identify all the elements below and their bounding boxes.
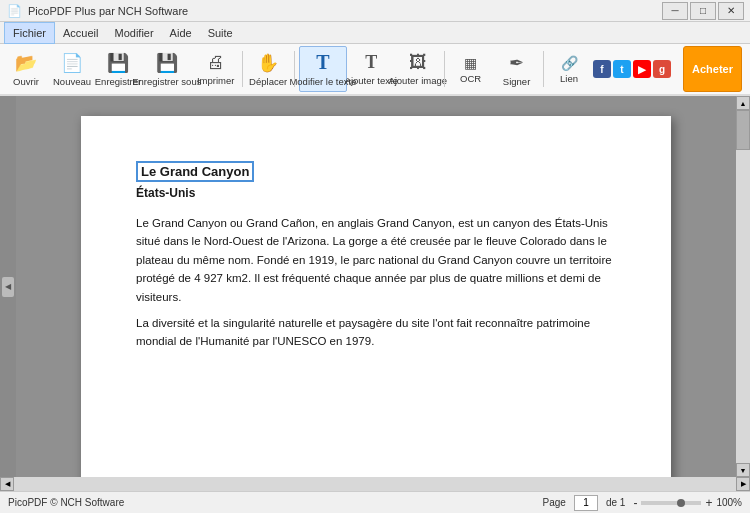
close-button[interactable]: ✕ [718, 2, 744, 20]
scroll-up-button[interactable]: ▲ [736, 96, 750, 110]
maximize-button[interactable]: □ [690, 2, 716, 20]
youtube-icon[interactable]: ▶ [633, 60, 651, 78]
modifier-texte-icon: T [316, 51, 329, 74]
ocr-icon: ▦ [464, 55, 477, 71]
title-bar: 📄 PicoPDF Plus par NCH Software ─ □ ✕ [0, 0, 750, 22]
imprimer-button[interactable]: 🖨 Imprimer [194, 46, 238, 92]
ocr-label: OCR [460, 73, 481, 84]
zoom-plus-button[interactable]: + [705, 496, 712, 510]
ajouter-image-icon: 🖼 [409, 52, 427, 73]
ajouter-texte-button[interactable]: T Ajouter texte [349, 46, 393, 92]
toolbar: 📂 Ouvrir 📄 Nouveau 💾 Enregistrer 💾 Enreg… [0, 44, 750, 96]
enregistrer-sous-label: Enregistrer sous [132, 76, 201, 87]
app-title: PicoPDF Plus par NCH Software [28, 5, 188, 17]
menu-aide[interactable]: Aide [162, 22, 200, 44]
modifier-texte-button[interactable]: T Modifier le texte [299, 46, 348, 92]
deplacer-button[interactable]: ✋ Déplacer [246, 46, 290, 92]
document-body: Le Grand Canyon ou Grand Cañon, en angla… [136, 214, 616, 351]
left-panel-arrow[interactable]: ◀ [2, 277, 14, 297]
social-area: f t ▶ g Acheter [593, 46, 746, 92]
menu-bar: Fichier Accueil Modifier Aide Suite [0, 22, 750, 44]
zoom-slider-thumb[interactable] [677, 499, 685, 507]
page-label: Page [543, 497, 566, 508]
pdf-page: Le Grand Canyon États-Unis Le Grand Cany… [81, 116, 671, 477]
scroll-right-button[interactable]: ▶ [736, 477, 750, 491]
minimize-button[interactable]: ─ [662, 2, 688, 20]
app-icon: 📄 [6, 3, 22, 19]
zoom-value: 100% [716, 497, 742, 508]
acheter-label: Acheter [692, 63, 733, 75]
signer-button[interactable]: ✒ Signer [495, 46, 539, 92]
scroll-track [736, 110, 750, 463]
nouveau-icon: 📄 [61, 52, 83, 74]
status-right: Page de 1 - + 100% [543, 495, 742, 511]
zoom-slider[interactable] [641, 501, 701, 505]
imprimer-icon: 🖨 [207, 52, 225, 73]
enregistrer-sous-button[interactable]: 💾 Enregistrer sous [142, 46, 192, 92]
acheter-button[interactable]: Acheter [683, 46, 742, 92]
document-subtitle: États-Unis [136, 186, 616, 200]
ouvrir-label: Ouvrir [13, 76, 39, 87]
zoom-minus-button[interactable]: - [633, 496, 637, 510]
menu-suite[interactable]: Suite [200, 22, 241, 44]
facebook-icon[interactable]: f [593, 60, 611, 78]
google-icon[interactable]: g [653, 60, 671, 78]
document-area: Le Grand Canyon États-Unis Le Grand Cany… [16, 96, 736, 477]
ouvrir-icon: 📂 [15, 52, 37, 74]
lien-button[interactable]: 🔗 Lien [547, 46, 591, 92]
horizontal-scrollbar: ◀ ▶ [0, 477, 750, 491]
ajouter-image-button[interactable]: 🖼 Ajouter image [395, 46, 440, 92]
signer-icon: ✒ [509, 52, 524, 74]
imprimer-label: Imprimer [197, 75, 234, 86]
ajouter-texte-icon: T [365, 52, 377, 73]
copyright-text: PicoPDF © NCH Software [8, 497, 124, 508]
deplacer-label: Déplacer [249, 76, 287, 87]
nouveau-button[interactable]: 📄 Nouveau [50, 46, 94, 92]
lien-icon: 🔗 [561, 55, 578, 71]
scroll-thumb[interactable] [736, 110, 750, 150]
window-controls: ─ □ ✕ [662, 2, 744, 20]
ajouter-image-label: Ajouter image [388, 75, 447, 86]
menu-fichier[interactable]: Fichier [4, 22, 55, 44]
page-of: de 1 [606, 497, 625, 508]
page-input[interactable] [574, 495, 598, 511]
main-area: ◀ Le Grand Canyon États-Unis Le Grand Ca… [0, 96, 750, 477]
paragraph-2: La diversité et la singularité naturelle… [136, 314, 616, 351]
enregistrer-sous-icon: 💾 [156, 52, 178, 74]
scroll-down-button[interactable]: ▼ [736, 463, 750, 477]
scroll-left-button[interactable]: ◀ [0, 477, 14, 491]
signer-label: Signer [503, 76, 530, 87]
vertical-scrollbar: ▲ ▼ [736, 96, 750, 477]
menu-accueil[interactable]: Accueil [55, 22, 106, 44]
menu-modifier[interactable]: Modifier [106, 22, 161, 44]
ocr-button[interactable]: ▦ OCR [449, 46, 493, 92]
status-bar: PicoPDF © NCH Software Page de 1 - + 100… [0, 491, 750, 513]
h-scroll-track [14, 477, 736, 491]
ouvrir-button[interactable]: 📂 Ouvrir [4, 46, 48, 92]
nouveau-label: Nouveau [53, 76, 91, 87]
lien-label: Lien [560, 73, 578, 84]
left-panel: ◀ [0, 96, 16, 477]
zoom-control: - + 100% [633, 496, 742, 510]
paragraph-1: Le Grand Canyon ou Grand Cañon, en angla… [136, 214, 616, 306]
deplacer-icon: ✋ [257, 52, 279, 74]
twitter-icon[interactable]: t [613, 60, 631, 78]
document-title[interactable]: Le Grand Canyon [136, 161, 254, 182]
enregistrer-icon: 💾 [107, 52, 129, 74]
